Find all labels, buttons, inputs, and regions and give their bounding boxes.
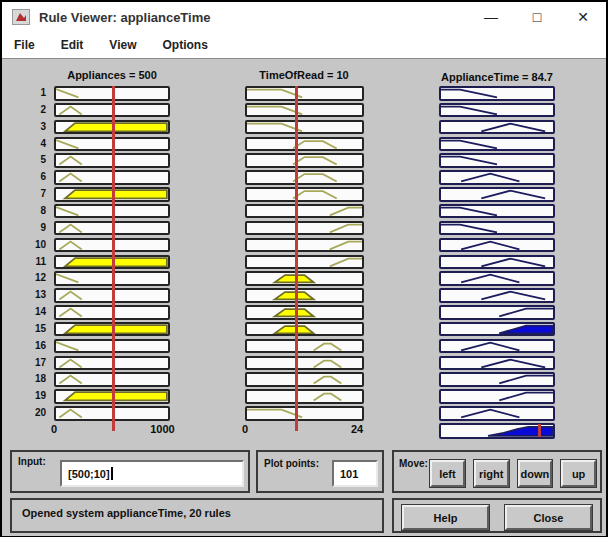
move-down-button[interactable]: down bbox=[518, 460, 553, 487]
menu-edit[interactable]: Edit bbox=[61, 38, 84, 52]
move-left-button[interactable]: left bbox=[430, 460, 465, 487]
window-controls: — □ ✕ bbox=[468, 2, 606, 32]
rule-cell-timeofread[interactable] bbox=[245, 221, 364, 236]
rule-cell-output[interactable] bbox=[439, 389, 555, 404]
rule-cell-output[interactable] bbox=[439, 372, 555, 387]
rule-cell-timeofread[interactable] bbox=[245, 339, 364, 354]
rule-number[interactable]: 13 bbox=[26, 289, 46, 300]
column-header-timeofread: TimeOfRead = 10 bbox=[234, 69, 374, 81]
rule-cell-timeofread[interactable] bbox=[245, 137, 364, 152]
move-right-button[interactable]: right bbox=[474, 460, 509, 487]
rule-cell-timeofread[interactable] bbox=[245, 170, 364, 185]
rule-number[interactable]: 7 bbox=[26, 188, 46, 199]
input-value: [500;10] bbox=[68, 468, 110, 480]
rule-cell-timeofread[interactable] bbox=[245, 305, 364, 320]
rule-cell-timeofread[interactable] bbox=[245, 271, 364, 286]
text-caret bbox=[111, 467, 113, 480]
rule-number[interactable]: 10 bbox=[26, 239, 46, 250]
rule-number[interactable]: 3 bbox=[26, 121, 46, 132]
close-icon[interactable]: ✕ bbox=[560, 2, 606, 32]
rule-cell-timeofread[interactable] bbox=[245, 187, 364, 202]
rule-cell-output[interactable] bbox=[439, 322, 555, 337]
rule-cell-timeofread[interactable] bbox=[245, 153, 364, 168]
input-value-line[interactable] bbox=[112, 86, 115, 431]
rule-cell-timeofread[interactable] bbox=[245, 322, 364, 337]
move-panel: Move: left right down up bbox=[392, 450, 602, 493]
action-buttons: Help Close bbox=[402, 505, 592, 530]
rule-cell-output[interactable] bbox=[439, 204, 555, 219]
rule-cell-timeofread[interactable] bbox=[245, 120, 364, 135]
rule-number[interactable]: 17 bbox=[26, 357, 46, 368]
input-value-line[interactable] bbox=[295, 86, 298, 431]
menubar: File Edit View Options bbox=[2, 32, 606, 58]
rule-cell-timeofread[interactable] bbox=[245, 86, 364, 101]
rule-cell-output[interactable] bbox=[439, 153, 555, 168]
move-up-button[interactable]: up bbox=[561, 460, 596, 487]
rule-number[interactable]: 2 bbox=[26, 104, 46, 115]
rule-cell-timeofread[interactable] bbox=[245, 238, 364, 253]
rule-number[interactable]: 8 bbox=[26, 205, 46, 216]
plot-points-value: 101 bbox=[340, 468, 358, 480]
rule-number[interactable]: 16 bbox=[26, 340, 46, 351]
rule-number[interactable]: 15 bbox=[26, 323, 46, 334]
rule-cell-output[interactable] bbox=[439, 137, 555, 152]
rule-number[interactable]: 11 bbox=[26, 256, 46, 267]
rule-number[interactable]: 4 bbox=[26, 138, 46, 149]
axis-label-appliances-max: 1000 bbox=[140, 423, 185, 435]
rule-cell-output[interactable] bbox=[439, 187, 555, 202]
rule-cell-output[interactable] bbox=[439, 103, 555, 118]
column-header-appliancetime: ApplianceTime = 84.7 bbox=[427, 71, 567, 83]
input-field[interactable]: [500;10] bbox=[60, 460, 244, 487]
rule-cell-timeofread[interactable] bbox=[245, 204, 364, 219]
rule-cell-timeofread[interactable] bbox=[245, 356, 364, 371]
rule-number[interactable]: 12 bbox=[26, 272, 46, 283]
rule-cell-output[interactable] bbox=[439, 288, 555, 303]
defuzz-value-line bbox=[538, 424, 541, 437]
rule-cell-output[interactable] bbox=[439, 356, 555, 371]
rule-cell-output[interactable] bbox=[439, 305, 555, 320]
column-header-appliances: Appliances = 500 bbox=[42, 69, 182, 81]
rule-cell-output[interactable] bbox=[439, 339, 555, 354]
move-label: Move: bbox=[399, 458, 428, 469]
rule-viewer-window: Rule Viewer: applianceTime — □ ✕ File Ed… bbox=[0, 0, 608, 537]
menu-options[interactable]: Options bbox=[162, 38, 207, 52]
move-buttons: left right down up bbox=[430, 460, 596, 487]
input-panel: Input: [500;10] bbox=[10, 450, 250, 493]
rule-cell-timeofread[interactable] bbox=[245, 288, 364, 303]
window-title: Rule Viewer: applianceTime bbox=[39, 10, 210, 25]
rule-number[interactable]: 14 bbox=[26, 306, 46, 317]
axis-label-timeofread-max: 24 bbox=[344, 423, 370, 435]
menu-file[interactable]: File bbox=[14, 38, 35, 52]
close-button[interactable]: Close bbox=[505, 505, 592, 530]
rule-cell-output[interactable] bbox=[439, 238, 555, 253]
rule-cell-timeofread[interactable] bbox=[245, 406, 364, 421]
rule-cell-output[interactable] bbox=[439, 255, 555, 270]
rule-number[interactable]: 20 bbox=[26, 407, 46, 418]
rule-cell-output[interactable] bbox=[439, 120, 555, 135]
rule-number[interactable]: 18 bbox=[26, 373, 46, 384]
titlebar: Rule Viewer: applianceTime — □ ✕ bbox=[2, 2, 606, 32]
actions-panel: Help Close bbox=[392, 498, 602, 533]
rule-cell-output[interactable] bbox=[439, 406, 555, 421]
rule-cell-output[interactable] bbox=[439, 271, 555, 286]
minimize-icon[interactable]: — bbox=[468, 2, 514, 32]
rule-number[interactable]: 9 bbox=[26, 222, 46, 233]
input-label: Input: bbox=[18, 456, 46, 467]
rule-cell-output[interactable] bbox=[439, 170, 555, 185]
rule-number[interactable]: 1 bbox=[26, 87, 46, 98]
rule-number[interactable]: 19 bbox=[26, 390, 46, 401]
rule-cell-timeofread[interactable] bbox=[245, 389, 364, 404]
plot-points-label: Plot points: bbox=[264, 458, 319, 469]
plot-points-field[interactable]: 101 bbox=[332, 460, 378, 487]
rule-cell-output[interactable] bbox=[439, 86, 555, 101]
menu-view[interactable]: View bbox=[109, 38, 136, 52]
maximize-icon[interactable]: □ bbox=[514, 2, 560, 32]
rule-cell-timeofread[interactable] bbox=[245, 103, 364, 118]
help-button[interactable]: Help bbox=[402, 505, 489, 530]
rule-number[interactable]: 6 bbox=[26, 171, 46, 182]
rule-cell-timeofread[interactable] bbox=[245, 255, 364, 270]
rule-number[interactable]: 5 bbox=[26, 154, 46, 165]
rule-cell-output[interactable] bbox=[439, 221, 555, 236]
app-icon bbox=[12, 9, 30, 25]
rule-cell-timeofread[interactable] bbox=[245, 372, 364, 387]
